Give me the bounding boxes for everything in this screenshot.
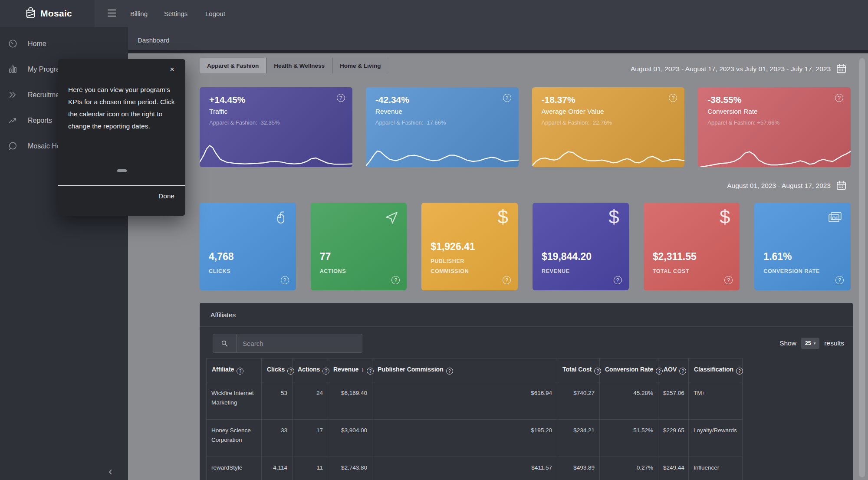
- cell-conversion-rate: 51.52%: [600, 420, 658, 457]
- col-revenue[interactable]: Revenue↓?: [328, 358, 372, 382]
- nav-logout[interactable]: Logout: [205, 0, 225, 27]
- col-affiliate[interactable]: Affiliate?: [207, 358, 262, 382]
- kpi-subtext: Apparel & Fashion: -22.76%: [532, 115, 685, 126]
- help-icon[interactable]: ?: [391, 276, 400, 284]
- breadcrumb-bar: Dashboard: [128, 27, 868, 53]
- help-icon[interactable]: ?: [337, 94, 345, 102]
- gauge-icon: [8, 39, 18, 49]
- tile-label: PUBLISHER COMMISSION: [431, 256, 496, 276]
- mouse-icon: [273, 210, 288, 225]
- help-icon[interactable]: ?: [835, 276, 844, 284]
- cell-publisher-commission: $411.57: [372, 457, 557, 480]
- cell-conversion-rate: 45.28%: [600, 382, 658, 420]
- nav-settings[interactable]: Settings: [164, 0, 187, 27]
- calendar-icon[interactable]: [835, 180, 847, 191]
- tile-value: $2,311.55: [653, 251, 718, 263]
- help-icon[interactable]: ?: [594, 368, 601, 375]
- col-actions[interactable]: Actions?: [293, 358, 328, 382]
- col-publisher-commission[interactable]: Publisher Commission?: [372, 358, 557, 382]
- help-icon[interactable]: ?: [835, 94, 843, 102]
- line-chart-icon: [8, 115, 18, 125]
- kpi-card-traffic: +14.45% Traffic Apparel & Fashion: -32.3…: [200, 87, 352, 167]
- help-icon[interactable]: ?: [446, 368, 453, 375]
- col-classification[interactable]: Classification?: [689, 358, 743, 382]
- tile-label: CONVERSION RATE: [763, 266, 829, 276]
- dollar-icon: $: [720, 206, 730, 228]
- table-header-row: Affiliate? Clicks? Actions? Revenue↓? Pu…: [207, 358, 743, 382]
- help-icon[interactable]: ?: [679, 368, 686, 375]
- help-icon[interactable]: ?: [322, 368, 329, 375]
- calendar-icon[interactable]: [835, 63, 847, 75]
- search-button[interactable]: [213, 334, 237, 353]
- tile-label: ACTIONS: [320, 266, 385, 276]
- sidebar-item-home[interactable]: Home: [0, 31, 128, 56]
- done-button[interactable]: Done: [158, 192, 174, 200]
- cell-revenue: $6,169.40: [328, 382, 372, 420]
- col-total-cost[interactable]: Total Cost?: [557, 358, 600, 382]
- sidebar-collapse-button[interactable]: ‹: [108, 466, 112, 477]
- table-row[interactable]: Wickfire Internet Marketing 53 24 $6,169…: [207, 382, 743, 420]
- dollar-icon: $: [608, 206, 619, 228]
- help-icon[interactable]: ?: [287, 368, 294, 375]
- table-row[interactable]: Honey Science Corporation 33 17 $3,904.0…: [207, 420, 743, 457]
- cell-aov: $229.65: [658, 420, 689, 457]
- col-conversion-rate[interactable]: Conversion Rate?: [600, 358, 658, 382]
- popup-divider: [58, 185, 185, 186]
- vertical-scrollbar[interactable]: [859, 58, 865, 477]
- tile-value: $19,844.20: [542, 251, 607, 263]
- help-icon[interactable]: ?: [237, 368, 243, 375]
- help-icon[interactable]: ?: [736, 368, 743, 375]
- compare-date-range: August 01, 2023 - August 17, 2023 vs Jul…: [631, 65, 831, 73]
- compare-date-range-row: August 01, 2023 - August 17, 2023 vs Jul…: [631, 63, 847, 75]
- kpi-subtext: Apparel & Fashion: -32.35%: [200, 115, 352, 126]
- help-icon[interactable]: ?: [656, 368, 663, 375]
- help-icon[interactable]: ?: [367, 368, 374, 375]
- tile-total-cost: $ $2,311.55 TOTAL COST ?: [644, 203, 740, 290]
- category-tabs: Apparel & Fashion Health & Wellness Home…: [200, 58, 388, 73]
- tile-value: 77: [320, 251, 385, 263]
- nav-billing[interactable]: Billing: [130, 0, 148, 27]
- search-group: [213, 334, 362, 353]
- cell-affiliate: rewardStyle: [207, 457, 262, 480]
- page-size-select[interactable]: 25 ▾: [801, 338, 819, 349]
- cell-aov: $249.44: [658, 457, 689, 480]
- cell-conversion-rate: 0.27%: [600, 457, 658, 480]
- tile-clicks: 4,768 CLICKS ?: [200, 203, 296, 290]
- table-row[interactable]: rewardStyle 4,114 11 $2,743.80 $411.57 $…: [207, 457, 743, 480]
- top-bar: Mosaic Billing Settings Logout: [0, 0, 868, 27]
- cell-publisher-commission: $195.20: [372, 420, 557, 457]
- breadcrumb: Dashboard: [128, 27, 868, 53]
- tab-health-wellness[interactable]: Health & Wellness: [266, 58, 332, 73]
- hamburger-menu-icon[interactable]: [108, 10, 116, 19]
- kpi-card-revenue: -42.34% Revenue Apparel & Fashion: -17.6…: [366, 87, 519, 167]
- results-label: results: [824, 339, 844, 347]
- kpi-label: Traffic: [200, 105, 352, 115]
- dollar-icon: $: [498, 206, 508, 228]
- shopping-bag-logo-icon: [25, 6, 36, 21]
- help-icon[interactable]: ?: [503, 94, 511, 102]
- cell-publisher-commission: $616.94: [372, 382, 557, 420]
- kpi-subtext: Apparel & Fashion: -17.66%: [366, 115, 519, 126]
- bar-chart-icon: [8, 64, 18, 74]
- cell-total-cost: $493.89: [557, 457, 600, 480]
- close-icon[interactable]: ×: [170, 65, 174, 73]
- cell-actions: 24: [293, 382, 328, 420]
- tab-apparel-fashion[interactable]: Apparel & Fashion: [200, 58, 266, 73]
- cell-total-cost: $740.27: [557, 382, 600, 420]
- col-clicks[interactable]: Clicks?: [262, 358, 293, 382]
- sparkline-chart: [200, 141, 352, 167]
- help-icon[interactable]: ?: [503, 276, 511, 284]
- double-chevron-icon: [8, 90, 18, 100]
- brand-name: Mosaic: [40, 8, 72, 19]
- help-icon[interactable]: ?: [614, 276, 622, 284]
- kpi-value: -42.34%: [366, 87, 519, 105]
- help-icon[interactable]: ?: [724, 276, 733, 284]
- brand-logo[interactable]: Mosaic: [0, 0, 95, 27]
- cell-classification: Influencer: [689, 457, 743, 480]
- help-icon[interactable]: ?: [281, 276, 289, 284]
- tile-label: CLICKS: [209, 266, 274, 276]
- tour-step-indicator[interactable]: [117, 169, 127, 172]
- cell-total-cost: $234.21: [557, 420, 600, 457]
- tab-home-living[interactable]: Home & Living: [332, 58, 388, 73]
- search-input[interactable]: [237, 334, 362, 353]
